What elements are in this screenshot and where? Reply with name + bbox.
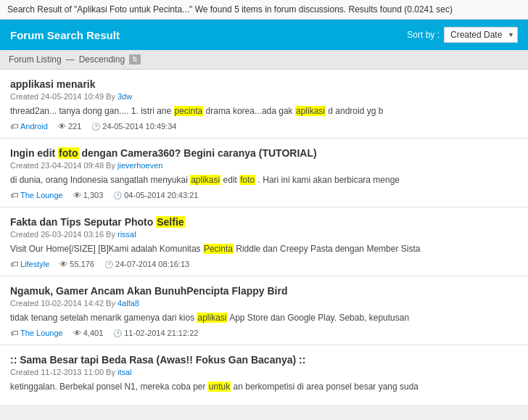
author-link[interactable]: jieverhoeven [117, 161, 162, 170]
last-post-item: 04-05-2014 20:43:21 [113, 191, 198, 199]
tag-item: The Lounge [10, 191, 63, 199]
result-title[interactable]: Ingin edit foto dengan Camera360? Begini… [10, 147, 518, 159]
result-item: Fakta dan Tips Seputar Photo SelfieCreat… [0, 207, 528, 276]
result-meta: Created 23-04-2014 09:48 By jieverhoeven [10, 161, 518, 170]
result-meta: Created 11-12-2013 11:00 By itsal [10, 368, 518, 376]
clock-icon [91, 122, 100, 131]
result-tags-row: Lifestyle 55,176 24-07-2014 08:16:13 [10, 260, 518, 268]
views-item: 221 [58, 122, 81, 131]
result-meta: Created 26-03-2014 03:16 By rissal [10, 230, 518, 239]
listing-label: Forum Listing [9, 54, 62, 65]
last-post-item: 24-05-2014 10:49:34 [91, 122, 176, 131]
sort-controls: Sort by : Created Date Relevance [407, 27, 518, 43]
last-post-item: 11-02-2014 21:12:22 [113, 329, 198, 337]
result-excerpt: Visit Our Home[/SIZE] [B]Kami adalah Kom… [10, 242, 518, 255]
tag-item: Android [10, 122, 48, 131]
result-item: :: Sama Besar tapi Beda Rasa (Awas!! Fok… [0, 345, 528, 405]
clock-icon [113, 191, 122, 199]
author-link[interactable]: 4alfa8 [117, 299, 139, 308]
result-excerpt: tidak tenang setelah menarik gamenya dar… [10, 311, 518, 324]
tag-link[interactable]: Android [20, 122, 48, 131]
tag-item: The Lounge [10, 329, 63, 337]
tag-icon [10, 329, 18, 337]
tag-link[interactable]: The Lounge [20, 329, 63, 337]
tag-icon [10, 122, 18, 131]
sort-select-wrapper[interactable]: Created Date Relevance [444, 27, 518, 43]
tag-link[interactable]: The Lounge [20, 191, 63, 199]
result-title[interactable]: Ngamuk, Gamer Ancam Akan BunuhPencipta F… [10, 285, 518, 297]
result-list: applikasi menarikCreated 24-05-2014 10:4… [0, 70, 528, 405]
tag-icon [10, 260, 18, 268]
search-summary-text: Search Result of "Aplikasi Foto untuk Pe… [7, 4, 453, 15]
result-tags-row: Android 221 24-05-2014 10:49:34 [10, 122, 518, 131]
listing-separator: — [66, 54, 75, 65]
eye-icon [59, 260, 67, 268]
result-tags-row: The Lounge 4,401 11-02-2014 21:12:22 [10, 329, 518, 337]
tag-item: Lifestyle [10, 260, 49, 268]
forum-search-title: Forum Search Result [10, 29, 120, 41]
result-title[interactable]: applikasi menarik [10, 78, 518, 90]
tag-icon [10, 191, 18, 199]
result-meta: Created 10-02-2014 14:42 By 4alfa8 [10, 299, 518, 308]
result-item: Ingin edit foto dengan Camera360? Begini… [0, 139, 528, 207]
author-link[interactable]: itsal [117, 368, 132, 376]
result-tags-row: The Lounge 1,303 04-05-2014 20:43:21 [10, 191, 518, 199]
result-excerpt: thread2an... tanya dong gan.... 1. istri… [10, 104, 518, 118]
clock-icon [113, 329, 122, 337]
result-title[interactable]: :: Sama Besar tapi Beda Rasa (Awas!! Fok… [10, 354, 518, 366]
search-summary: Search Result of "Aplikasi Foto untuk Pe… [0, 0, 528, 20]
author-link[interactable]: rissal [117, 230, 136, 239]
last-post-item: 24-07-2014 08:16:13 [104, 260, 189, 268]
eye-icon [73, 191, 81, 199]
author-link[interactable]: 3dw [117, 92, 132, 101]
result-excerpt: di dunia, orang Indonesia sangatlah meny… [10, 173, 518, 186]
views-item: 4,401 [73, 329, 104, 337]
result-item: Ngamuk, Gamer Ancam Akan BunuhPencipta F… [0, 276, 528, 345]
views-item: 55,176 [59, 260, 94, 268]
views-item: 1,303 [73, 191, 104, 199]
result-title[interactable]: Fakta dan Tips Seputar Photo Selfie [10, 216, 518, 228]
listing-order: Descending [79, 54, 125, 65]
eye-icon [73, 329, 81, 337]
clock-icon [104, 260, 113, 268]
order-toggle[interactable]: ⇅ [129, 54, 141, 65]
result-item: applikasi menarikCreated 24-05-2014 10:4… [0, 70, 528, 139]
tag-link[interactable]: Lifestyle [20, 260, 49, 268]
sort-label: Sort by : [407, 30, 440, 40]
result-meta: Created 24-05-2014 10:49 By 3dw [10, 92, 518, 101]
sort-select[interactable]: Created Date Relevance [444, 27, 518, 43]
result-excerpt: ketinggalan. Berbekal ponsel N1, mereka … [10, 380, 518, 393]
eye-icon [58, 122, 66, 131]
forum-header: Forum Search Result Sort by : Created Da… [0, 20, 528, 50]
listing-bar: Forum Listing — Descending ⇅ [0, 50, 528, 70]
